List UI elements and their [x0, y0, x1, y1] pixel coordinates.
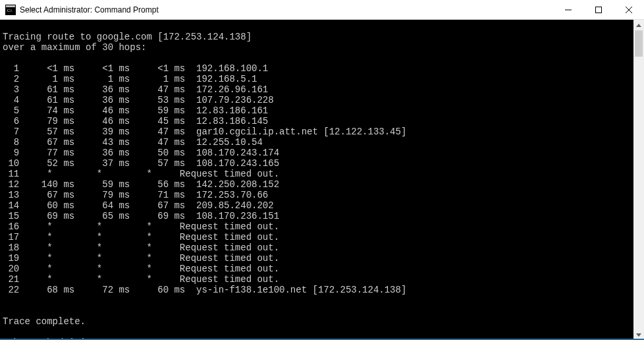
- scroll-up-arrow[interactable]: [633, 20, 644, 30]
- terminal-output[interactable]: Tracing route to google.com [172.253.124…: [0, 20, 633, 340]
- svg-text:C:\: C:\: [7, 9, 13, 13]
- scroll-thumb[interactable]: [635, 30, 643, 57]
- svg-rect-4: [596, 7, 602, 13]
- window-title: Select Administrator: Command Prompt: [20, 5, 553, 14]
- maximize-button[interactable]: [583, 0, 614, 20]
- trace-header: Tracing route to google.com [172.253.124…: [3, 32, 252, 42]
- window-controls: [553, 0, 644, 19]
- trace-hops: 1 <1 ms <1 ms <1 ms 192.168.100.1 2 1 ms…: [3, 63, 631, 295]
- trace-subheader: over a maximum of 30 hops:: [3, 42, 146, 53]
- window-titlebar: C:\ Select Administrator: Command Prompt: [0, 0, 644, 20]
- svg-marker-8: [636, 333, 641, 337]
- cmd-icon: C:\: [5, 5, 16, 15]
- vertical-scrollbar[interactable]: [633, 20, 644, 340]
- close-button[interactable]: [614, 0, 644, 20]
- svg-marker-7: [636, 24, 641, 27]
- minimize-button[interactable]: [553, 0, 583, 20]
- trace-complete: Trace complete.: [3, 316, 86, 327]
- svg-rect-1: [6, 5, 15, 7]
